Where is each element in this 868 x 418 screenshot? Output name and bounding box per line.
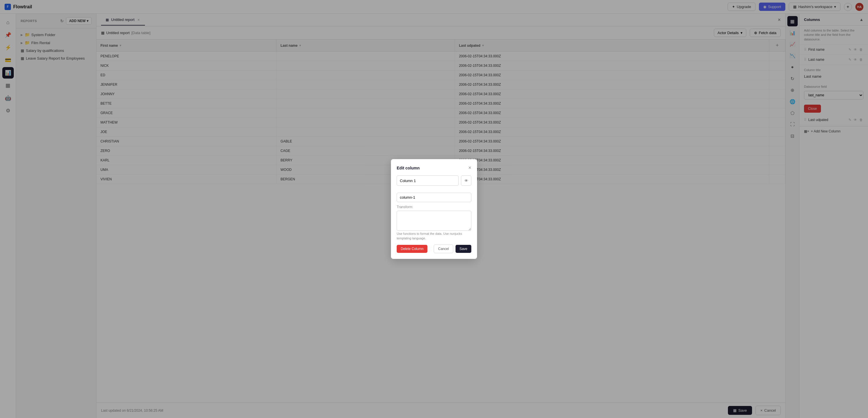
column-name-input[interactable] [397,175,459,186]
modal-overlay: Edit column × 👁 Transform: Use functions… [0,0,868,418]
column-field-input[interactable] [397,193,471,202]
delete-column-button[interactable]: Delete Column [397,245,427,253]
modal-column-name-row: 👁 [397,175,471,186]
modal-save-button[interactable]: Save [456,245,471,253]
transform-label: Transform: [397,205,471,209]
column-visibility-toggle[interactable]: 👁 [461,175,471,186]
transform-hint: Use functions to format the data. Use nu… [397,232,471,241]
modal-close-button[interactable]: × [468,165,471,171]
modal-title: Edit column [397,166,468,170]
transform-textarea[interactable] [397,211,471,231]
edit-column-modal: Edit column × 👁 Transform: Use functions… [391,159,477,259]
modal-footer: Delete Column Cancel Save [397,245,471,253]
modal-header: Edit column × [397,165,471,171]
modal-cancel-button[interactable]: Cancel [434,245,453,253]
